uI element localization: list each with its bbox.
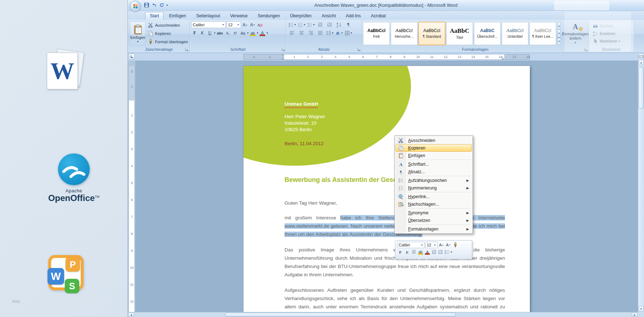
style-untertitel[interactable]: AaBbCcIUntertitel bbox=[502, 22, 528, 45]
styles-scroll-up-button[interactable]: ▲ bbox=[558, 22, 560, 29]
context-menu-item-bersetzen[interactable]: Übersetzen▶ bbox=[395, 216, 472, 224]
office-button[interactable] bbox=[130, 1, 141, 12]
mini-grow-font-button[interactable]: A▲ bbox=[438, 242, 444, 248]
date-line[interactable]: Berlin, 11.04.2012 bbox=[285, 141, 324, 146]
font-dialog-launcher[interactable] bbox=[281, 48, 285, 52]
mini-highlight-button[interactable]: ab bbox=[417, 249, 424, 255]
shrink-font-button[interactable]: A▼ bbox=[249, 21, 256, 28]
show-marks-button[interactable]: ¶ bbox=[344, 21, 353, 28]
context-menu-item-schriftart[interactable]: ASchriftart... bbox=[395, 160, 472, 168]
tab-verweise[interactable]: Verweise bbox=[225, 12, 252, 20]
italic-button[interactable]: K bbox=[199, 30, 206, 36]
tab-berpr-fen[interactable]: Überprüfen bbox=[285, 12, 316, 20]
superscript-button[interactable]: x² bbox=[232, 30, 239, 36]
context-menu-item-nachschlagen[interactable]: Nachschlagen... bbox=[395, 200, 472, 208]
replace-button[interactable]: abac Ersetzen bbox=[592, 30, 631, 37]
mini-format-painter-button[interactable] bbox=[452, 242, 458, 248]
first-line-indent-marker[interactable] bbox=[281, 54, 284, 57]
tab-sendungen[interactable]: Sendungen bbox=[253, 12, 284, 20]
align-left-button[interactable] bbox=[288, 30, 296, 36]
line-spacing-button[interactable]: ▾ bbox=[325, 30, 334, 36]
tab-stop-selector[interactable] bbox=[129, 54, 135, 59]
clipboard-dialog-launcher[interactable] bbox=[185, 48, 189, 52]
document-area[interactable]: 2112345678910111213 Unimax GmbH Herr Pet… bbox=[128, 61, 638, 312]
copy-button[interactable]: Kopieren bbox=[147, 30, 188, 37]
horizontal-scroll-thumb[interactable] bbox=[225, 313, 456, 317]
increase-indent-button[interactable] bbox=[325, 21, 334, 28]
vertical-scroll-thumb[interactable] bbox=[639, 67, 644, 108]
styles-dialog-launcher[interactable] bbox=[584, 48, 588, 52]
highlight-dropdown-arrow[interactable]: ▾ bbox=[257, 31, 258, 35]
qat-customize-dropdown[interactable]: ▾ bbox=[166, 4, 168, 7]
subscript-button[interactable]: x₂ bbox=[224, 30, 231, 36]
tab-ansicht[interactable]: Ansicht bbox=[317, 12, 340, 20]
shading-button[interactable]: ▾ bbox=[335, 30, 343, 36]
mini-decrease-indent-button[interactable] bbox=[431, 249, 437, 255]
recipient-address[interactable]: Herr Peter WagnerIndustriestr. 1010625 B… bbox=[285, 113, 325, 133]
document-page[interactable]: Unimax GmbH Herr Peter WagnerIndustriest… bbox=[243, 66, 530, 312]
context-menu-item-synonyme[interactable]: Synonyme▶ bbox=[395, 209, 472, 216]
underline-button[interactable]: U bbox=[206, 30, 213, 36]
cut-button[interactable]: Ausschneiden bbox=[147, 22, 188, 28]
mini-increase-indent-button[interactable] bbox=[438, 249, 443, 255]
mini-italic-button[interactable]: K bbox=[404, 249, 410, 255]
style-kein-lee[interactable]: AaBbCcI¶ Kein Lee... bbox=[529, 22, 556, 45]
numbering-button[interactable]: 123▾ bbox=[297, 21, 306, 28]
paste-button[interactable]: Einfügen ▾ bbox=[130, 21, 146, 46]
bullets-button[interactable]: ▾ bbox=[288, 21, 296, 28]
mini-bold-button[interactable]: F bbox=[397, 249, 403, 255]
font-color-button[interactable]: A bbox=[259, 30, 266, 36]
hanging-indent-marker[interactable] bbox=[281, 57, 284, 59]
undo-button[interactable] bbox=[151, 2, 157, 8]
style-berschrif[interactable]: AaBbCÜberschrif... bbox=[474, 22, 501, 45]
tab-start[interactable]: Start bbox=[145, 12, 164, 20]
desktop-icon-word[interactable]: W bbox=[44, 50, 87, 91]
scroll-left-button[interactable]: ◀ bbox=[128, 313, 134, 317]
context-menu-item-nummerierung[interactable]: 123Nummerierung▶ bbox=[395, 184, 472, 192]
vertical-scrollbar[interactable]: ▲ ▼ bbox=[638, 53, 644, 312]
ruler-toggle-button[interactable] bbox=[639, 54, 644, 59]
justify-button[interactable] bbox=[316, 30, 325, 36]
borders-button[interactable]: ▾ bbox=[344, 30, 353, 36]
context-menu-item-formatvorlagen[interactable]: Formatvorlagen▶ bbox=[395, 225, 472, 233]
highlight-color-button[interactable]: ab bbox=[249, 30, 256, 36]
titlebar[interactable]: ▾ Anschreiben Waves_green.doc [Kompatibi… bbox=[128, 0, 644, 11]
clear-formatting-button[interactable]: A bbox=[257, 22, 263, 28]
paragraph-3[interactable]: Aufgeschlossenes Auftreten gegenüber Kun… bbox=[285, 286, 505, 312]
style-titel[interactable]: AaBbCTitel bbox=[446, 22, 473, 45]
strikethrough-button[interactable]: abc bbox=[216, 30, 224, 36]
right-indent-marker[interactable] bbox=[501, 57, 504, 59]
desktop-icon-wps[interactable]: P W S bbox=[46, 254, 90, 302]
scroll-right-button[interactable]: ▶ bbox=[632, 313, 638, 317]
multilevel-list-button[interactable]: ▾ bbox=[307, 21, 315, 28]
context-menu-item-einf-gen[interactable]: Einfügen bbox=[395, 152, 472, 159]
font-family-combo[interactable]: Calibri ▼ bbox=[191, 21, 226, 28]
mini-font-size-combo[interactable]: 12 ▼ bbox=[425, 242, 438, 248]
decrease-indent-button[interactable] bbox=[316, 21, 325, 28]
save-button[interactable] bbox=[144, 2, 149, 8]
redo-button[interactable] bbox=[159, 2, 165, 8]
style-standard[interactable]: AaBbCcI¶ Standard bbox=[419, 22, 445, 45]
find-button[interactable]: Suchen bbox=[592, 23, 631, 29]
scroll-up-button[interactable]: ▲ bbox=[639, 60, 644, 65]
mini-font-family-combo[interactable]: Calibri ▼ bbox=[397, 242, 425, 248]
tab-acrobat[interactable]: Acrobat bbox=[366, 12, 390, 20]
style-hervorhe[interactable]: AaBbCcIHervorhe... bbox=[391, 22, 417, 45]
change-styles-button[interactable]: A Formatvorlagen ändern ▾ bbox=[562, 23, 588, 44]
sort-button[interactable]: AZ bbox=[335, 21, 343, 28]
horizontal-scrollbar[interactable]: ◀ ▶ bbox=[128, 312, 638, 317]
mini-bullets-button[interactable] bbox=[444, 249, 450, 255]
context-menu-item-kopieren[interactable]: Kopieren bbox=[395, 144, 472, 152]
salutation[interactable]: Guten Tag Herr Wagner, bbox=[285, 200, 337, 206]
styles-scroll-down-button[interactable]: ▼ bbox=[558, 30, 560, 37]
tab-einf-gen[interactable]: Einfügen bbox=[164, 12, 191, 20]
underline-dropdown-arrow[interactable]: ▾ bbox=[214, 31, 215, 35]
context-menu-item-absatz[interactable]: ¶Absatz... bbox=[395, 168, 472, 175]
font-size-combo[interactable]: 12 ▼ bbox=[227, 21, 241, 28]
mini-shrink-font-button[interactable]: A▼ bbox=[445, 242, 451, 248]
paragraph-dialog-launcher[interactable] bbox=[357, 48, 361, 52]
desktop-icon-openoffice[interactable]: Apache OpenOfficeTM bbox=[36, 153, 112, 211]
mini-align-center-button[interactable] bbox=[411, 249, 417, 255]
company-name[interactable]: Unimax GmbH bbox=[285, 101, 318, 107]
select-button[interactable]: Markieren ▾ bbox=[592, 38, 631, 44]
